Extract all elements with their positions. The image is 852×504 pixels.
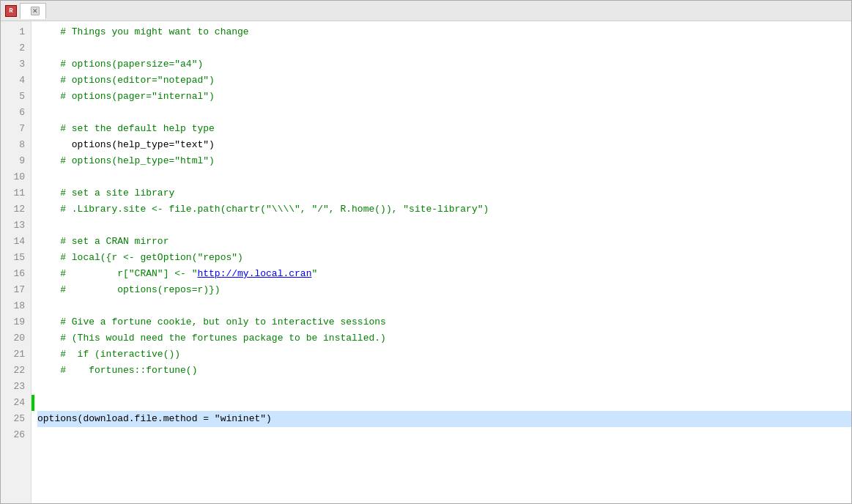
comment-text: # r["CRAN"] <- " [37,266,197,282]
code-line: options(download.file.method = "wininet"… [37,411,851,427]
comment-text: # if (interactive()) [37,346,180,363]
comment-text: # options(repos=r)}) [37,282,221,298]
code-line: # set the default help type [37,121,851,137]
editor-window: R ✕ 123456789101112131415161718192021222… [0,0,852,504]
close-tab-button[interactable]: ✕ [31,7,40,15]
comment-text: # Things you might want to change [37,24,249,40]
comment-text: # set a CRAN mirror [37,234,168,250]
code-line [37,298,851,314]
code-editor[interactable]: # Things you might want to change # opti… [32,21,851,503]
code-line: # options(help_type="html") [37,153,851,169]
code-line: # (This would need the fortunes package … [37,330,851,346]
title-bar: R ✕ [1,1,851,21]
comment-text: # .Library.site <- file.path(chartr("\\\… [37,201,489,218]
comment-text: # set a site library [37,185,174,201]
code-line: # Give a fortune cookie, but only to int… [37,314,851,330]
file-icon: R [5,5,17,17]
code-line: # r["CRAN"] <- "http://my.local.cran" [37,266,851,282]
comment-text: # options(papersize="a4") [37,56,203,73]
code-line: # options(pager="internal") [37,89,851,105]
code-line [37,218,851,234]
file-tab[interactable]: ✕ [20,3,46,19]
comment-text: " [311,266,317,282]
code-line: # Things you might want to change [37,24,851,40]
comment-text: # fortunes::fortune() [37,363,197,379]
comment-text: # options(help_type="html") [37,153,215,169]
comment-text: # Give a fortune cookie, but only to int… [37,314,386,330]
code-text: options(help_type="text") [37,137,215,153]
code-line: options(help_type="text") [37,137,851,153]
code-line [37,395,851,411]
code-text: options(download.file.method = "wininet"… [37,411,272,427]
url-link[interactable]: http://my.local.cran [197,266,311,282]
comment-text: # set the default help type [37,121,215,137]
code-line: # local({r <- getOption("repos") [37,250,851,266]
code-line: # set a CRAN mirror [37,234,851,250]
comment-text: # options(editor="notepad") [37,73,215,89]
code-line: # set a site library [37,185,851,201]
comment-text: # options(pager="internal") [37,89,215,105]
code-line [37,169,851,185]
code-line [37,427,851,443]
code-line: # if (interactive()) [37,346,851,363]
code-line [37,105,851,121]
comment-text: # (This would need the fortunes package … [37,330,386,346]
code-line: # fortunes::fortune() [37,363,851,379]
code-line: # options(papersize="a4") [37,56,851,73]
code-line [37,379,851,395]
code-line [37,40,851,56]
comment-text: # local({r <- getOption("repos") [37,250,243,266]
code-line: # options(editor="notepad") [37,73,851,89]
execution-indicator [32,395,34,411]
code-line: # .Library.site <- file.path(chartr("\\\… [37,201,851,218]
editor-area: 1234567891011121314151617181920212223242… [1,21,851,503]
line-numbers: 1234567891011121314151617181920212223242… [1,21,32,503]
code-line: # options(repos=r)}) [37,282,851,298]
